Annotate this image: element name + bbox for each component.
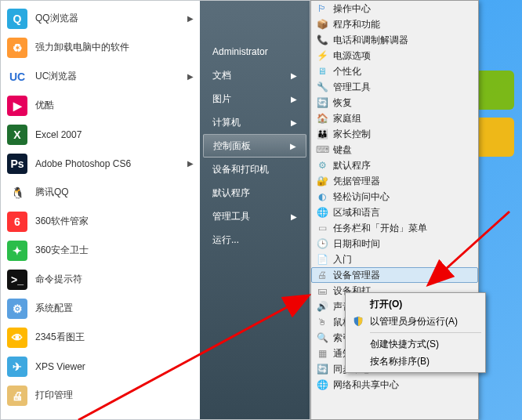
control-panel-item[interactable]: 🖨设备管理器: [311, 267, 478, 283]
cp-item-icon: ⚡: [316, 49, 328, 62]
ctx-run-as-admin-label: 以管理员身份运行(A): [370, 315, 458, 328]
program-label: 强力卸载电脑中的软件: [35, 41, 129, 54]
cp-item-label: 键盘: [333, 143, 352, 157]
places-item[interactable]: 文档▶: [200, 63, 310, 87]
control-panel-item[interactable]: ⌨键盘: [311, 142, 478, 158]
program-item[interactable]: ✦360安全卫士: [1, 236, 200, 265]
places-item[interactable]: 图片▶: [200, 87, 310, 110]
control-panel-item[interactable]: 🔄恢复: [311, 95, 478, 110]
control-panel-item[interactable]: 🔧管理工具: [311, 79, 478, 95]
control-panel-item[interactable]: ⚙默认程序: [311, 158, 478, 173]
program-label: 2345看图王: [35, 331, 85, 344]
places-item[interactable]: 控制面板▶: [203, 134, 306, 158]
program-item[interactable]: UCUC浏览器▶: [1, 62, 200, 91]
cp-item-label: 网络和共享中心: [333, 378, 399, 392]
cp-item-label: 轻松访问中心: [333, 190, 390, 204]
cp-item-icon: 🌐: [316, 378, 328, 391]
program-item[interactable]: QQQ浏览器▶: [1, 4, 200, 33]
program-item[interactable]: 6360软件管家: [1, 207, 200, 236]
places-item[interactable]: 管理工具▶: [200, 205, 310, 228]
start-menu-places: Administrator文档▶图片▶计算机▶控制面板▶设备和打印机默认程序管理…: [200, 1, 310, 419]
program-label: 腾讯QQ: [35, 186, 69, 199]
cp-item-label: 任务栏和「开始」菜单: [333, 222, 427, 235]
control-panel-item[interactable]: 📞电话和调制解调器: [311, 32, 478, 48]
program-label: UC浏览器: [35, 70, 77, 83]
cp-item-label: 凭据管理器: [333, 175, 380, 188]
places-item[interactable]: 默认程序: [200, 181, 310, 205]
app-icon: Q: [7, 9, 27, 29]
start-menu-programs: QQQ浏览器▶♻强力卸载电脑中的软件UCUC浏览器▶▶优酷XExcel 2007…: [1, 1, 200, 419]
control-panel-item[interactable]: ⚡电源选项: [311, 48, 478, 63]
cp-item-icon: 🌐: [316, 206, 328, 219]
app-icon: ✈: [7, 357, 27, 377]
cp-item-label: 入门: [333, 253, 352, 266]
control-panel-item[interactable]: 🖥个性化: [311, 63, 478, 79]
control-panel-item[interactable]: 📦程序和功能: [311, 16, 478, 32]
places-item[interactable]: 计算机▶: [200, 110, 310, 134]
places-item[interactable]: Administrator: [200, 40, 310, 63]
places-label: 管理工具: [212, 210, 250, 223]
program-item[interactable]: ▶优酷: [1, 91, 200, 120]
control-panel-item[interactable]: ◐轻松访问中心: [311, 189, 478, 205]
program-item[interactable]: 🐧腾讯QQ: [1, 178, 200, 207]
control-panel-item[interactable]: 📄入门: [311, 252, 478, 267]
separator: [370, 332, 481, 333]
control-panel-item[interactable]: 🌐网络和共享中心: [311, 377, 478, 393]
ctx-open[interactable]: 打开(O): [348, 295, 483, 313]
cp-item-label: 默认程序: [333, 159, 371, 172]
ctx-sort-by-name[interactable]: 按名称排序(B): [348, 353, 483, 370]
places-label: 设备和打印机: [212, 163, 269, 176]
places-label: 计算机: [212, 116, 241, 129]
control-panel-item[interactable]: 🏳操作中心: [311, 1, 478, 16]
app-icon: Ps: [7, 154, 27, 174]
cp-item-icon: 🔄: [316, 96, 328, 109]
control-panel-item[interactable]: 🔐凭据管理器: [311, 173, 478, 189]
cp-item-icon: 📄: [316, 253, 328, 266]
submenu-arrow-icon: ▶: [291, 212, 297, 221]
control-panel-item[interactable]: 🕒日期和时间: [311, 236, 478, 252]
start-menu: QQQ浏览器▶♻强力卸载电脑中的软件UCUC浏览器▶▶优酷XExcel 2007…: [0, 0, 310, 420]
program-item[interactable]: ✈XPS Viewer: [1, 352, 200, 381]
control-panel-item[interactable]: 🏠家庭组: [311, 110, 478, 126]
submenu-arrow-icon: ▶: [290, 142, 296, 150]
cp-item-label: 程序和功能: [333, 18, 380, 31]
places-label: Administrator: [212, 46, 268, 57]
submenu-arrow-icon: ▶: [291, 95, 297, 103]
program-item[interactable]: ⚙系统配置: [1, 294, 200, 323]
program-item[interactable]: 🖨打印管理: [1, 381, 200, 410]
program-label: QQ浏览器: [35, 12, 78, 25]
cp-item-icon: ⌨: [316, 143, 328, 156]
cp-item-icon: 🖱: [316, 316, 328, 328]
cp-item-label: 区域和语言: [333, 206, 380, 219]
program-item[interactable]: 👁2345看图王: [1, 323, 200, 352]
cp-item-icon: 🔍: [316, 331, 328, 344]
cp-item-icon: 🖴: [316, 284, 328, 297]
program-item[interactable]: XExcel 2007: [1, 120, 200, 149]
program-label: 360软件管家: [35, 215, 89, 228]
ctx-run-as-admin[interactable]: 以管理员身份运行(A): [348, 313, 483, 330]
control-panel-item[interactable]: 🌐区域和语言: [311, 205, 478, 220]
cp-item-icon: ▭: [316, 222, 328, 234]
cp-item-label: 操作中心: [333, 2, 371, 16]
cp-item-icon: 📞: [316, 34, 328, 46]
cp-item-icon: ◐: [316, 190, 328, 203]
places-label: 运行...: [212, 234, 239, 247]
cp-item-label: 电源选项: [333, 49, 371, 63]
places-item[interactable]: 运行...: [200, 228, 310, 252]
app-icon: >_: [7, 270, 27, 290]
cp-item-icon: 🖥: [316, 65, 328, 78]
program-label: 打印管理: [35, 389, 73, 402]
places-item[interactable]: 设备和打印机: [200, 158, 310, 181]
cp-item-label: 管理工具: [333, 81, 371, 94]
program-label: 命令提示符: [35, 273, 82, 286]
program-item[interactable]: PsAdobe Photoshop CS6▶: [1, 149, 200, 178]
app-icon: ▶: [7, 96, 27, 116]
program-label: 系统配置: [35, 302, 73, 315]
program-item[interactable]: ♻强力卸载电脑中的软件: [1, 33, 200, 62]
app-icon: 🐧: [7, 183, 27, 203]
ctx-create-shortcut[interactable]: 创建快捷方式(S): [348, 335, 483, 353]
program-label: 360安全卫士: [35, 244, 89, 257]
control-panel-item[interactable]: 👪家长控制: [311, 126, 478, 142]
program-item[interactable]: >_命令提示符: [1, 265, 200, 294]
control-panel-item[interactable]: ▭任务栏和「开始」菜单: [311, 220, 478, 236]
